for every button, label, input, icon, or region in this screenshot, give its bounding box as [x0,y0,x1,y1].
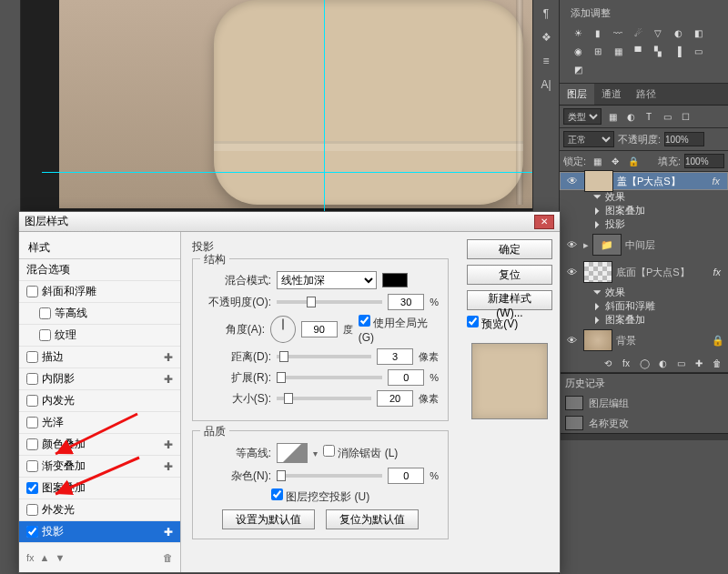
style-checkbox[interactable] [26,504,38,516]
add-effect-icon[interactable]: ✚ [164,373,173,386]
new-group-icon[interactable]: ▭ [673,357,688,369]
style-item-inner-glow[interactable]: 内发光 [19,390,180,412]
filter-type-icon[interactable]: T [642,110,656,123]
add-effect-icon[interactable]: ✚ [164,351,173,364]
style-item-outer-glow[interactable]: 外发光 [19,499,180,521]
guide-vertical[interactable] [324,0,325,211]
style-checkbox[interactable] [26,286,38,297]
layer-row[interactable]: 👁 背景 🔒 [560,327,728,354]
style-item-pattern-overlay[interactable]: 图案叠加 [19,478,180,499]
size-input[interactable] [377,390,413,407]
style-checkbox[interactable] [26,460,38,472]
layer-thumb[interactable] [583,261,612,283]
new-fill-icon[interactable]: ◐ [655,357,670,369]
filter-pixel-icon[interactable]: ▦ [605,110,620,123]
fill-input[interactable] [684,154,724,168]
spread-input[interactable] [388,369,424,386]
blend-mode-select[interactable]: 线性加深 [277,271,377,289]
cancel-button[interactable]: 复位 [467,265,552,285]
contour-picker[interactable] [277,443,308,463]
arrow-down-icon[interactable]: ▼ [55,552,65,563]
layer-mask-icon[interactable]: ◯ [637,357,652,369]
reset-default-button[interactable]: 复位为默认值 [326,509,419,529]
distance-input[interactable] [377,348,413,365]
history-item[interactable]: 名称更改 [560,413,728,433]
distance-slider[interactable] [277,355,371,358]
style-item-gradient-overlay[interactable]: 渐变叠加✚ [19,456,180,478]
layer-name[interactable]: 底面【P大点S】 [616,266,705,279]
adjust-gradient-map-icon[interactable]: ▭ [691,45,705,57]
tool-icon[interactable]: ≡ [535,51,557,71]
style-item-color-overlay[interactable]: 颜色叠加✚ [19,434,180,456]
filter-adjust-icon[interactable]: ◐ [623,110,638,123]
adjust-threshold-icon[interactable]: ▐ [671,45,685,57]
new-style-button[interactable]: 新建样式(W)... [467,290,552,310]
filter-shape-icon[interactable]: ▭ [660,110,674,123]
blending-options[interactable]: 混合选项 [19,259,180,281]
style-item-contour[interactable]: 等高线 [19,303,180,325]
adjust-selective-icon[interactable]: ◩ [571,63,585,76]
group-toggle-icon[interactable]: ▸ [583,239,589,251]
style-checkbox[interactable] [39,307,51,319]
antialias-checkbox[interactable] [323,445,335,457]
blend-mode-select[interactable]: 正常 [563,131,614,147]
fx-menu-icon[interactable]: fx [26,552,35,563]
lock-position-icon[interactable]: ✥ [608,155,622,167]
angle-input[interactable] [301,321,338,337]
adjust-levels-icon[interactable]: ▮ [591,26,605,39]
style-item-bevel[interactable]: 斜面和浮雕 [19,281,180,303]
fx-badge[interactable]: fx [708,176,723,186]
layer-row[interactable]: 👁 盖【P大点S】 fx [560,172,728,190]
history-item[interactable]: 图层编组 [560,393,728,413]
style-item-satin[interactable]: 光泽 [19,412,180,434]
lock-pixels-icon[interactable]: ▦ [590,155,604,167]
effect-item[interactable]: ⏵ 投影 [560,217,728,231]
delete-layer-icon[interactable]: 🗑 [710,357,724,369]
arrow-up-icon[interactable]: ▲ [40,552,50,563]
opacity-slider[interactable] [277,300,382,304]
adjust-posterize-icon[interactable]: ▚ [651,45,665,57]
noise-slider[interactable] [277,474,382,478]
add-effect-icon[interactable]: ✚ [164,438,173,451]
lock-all-icon[interactable]: 🔒 [626,155,641,167]
visibility-icon[interactable]: 👁 [563,335,580,346]
adjust-curves-icon[interactable]: 〰 [611,26,625,39]
effects-label[interactable]: ⏷ 效果 [560,286,728,299]
layer-name[interactable]: 背景 [616,334,708,347]
tool-icon[interactable]: ❖ [535,27,557,47]
canvas-document[interactable] [59,0,534,208]
effect-item[interactable]: ⏵ 图案叠加 [560,204,728,217]
effects-label[interactable]: ⏷ 效果 [560,190,728,204]
style-checkbox[interactable] [26,438,38,450]
layer-name[interactable]: 中间层 [625,238,724,252]
effect-item[interactable]: ⏵ 图案叠加 [560,313,728,327]
style-item-drop-shadow[interactable]: 投影✚ [19,521,180,543]
style-checkbox[interactable] [26,351,38,363]
layer-fx-icon[interactable]: fx [619,357,633,369]
styles-header[interactable]: 样式 [19,237,180,259]
preview-checkbox[interactable] [467,316,479,327]
style-checkbox[interactable] [26,482,38,494]
adjust-vibrance-icon[interactable]: ▽ [651,26,665,39]
link-layers-icon[interactable]: ⟲ [601,357,615,369]
tool-icon[interactable]: ¶ [535,4,557,24]
style-checkbox[interactable] [26,417,38,428]
visibility-icon[interactable]: 👁 [563,267,580,277]
knockout-checkbox[interactable] [271,488,283,500]
effect-item[interactable]: ⏵ 斜面和浮雕 [560,299,728,313]
layer-row[interactable]: 👁 底面【P大点S】 fx [560,258,728,286]
add-effect-icon[interactable]: ✚ [164,460,173,473]
adjust-bw-icon[interactable]: ◧ [691,26,705,39]
add-effect-icon[interactable]: ✚ [164,526,173,539]
tab-paths[interactable]: 路径 [629,84,663,105]
layer-row[interactable]: 👁 ▸ 📁 中间层 [560,231,728,258]
guide-horizontal[interactable] [42,172,553,173]
adjust-lookup-icon[interactable]: ▦ [611,45,625,57]
close-button[interactable]: ✕ [534,215,554,229]
ok-button[interactable]: 确定 [467,239,552,259]
global-light-checkbox[interactable] [359,315,370,327]
adjust-exposure-icon[interactable]: ☄ [631,26,645,39]
tool-icon[interactable]: A| [535,75,557,95]
style-item-inner-shadow[interactable]: 内阴影✚ [19,368,180,390]
style-checkbox[interactable] [26,526,38,538]
